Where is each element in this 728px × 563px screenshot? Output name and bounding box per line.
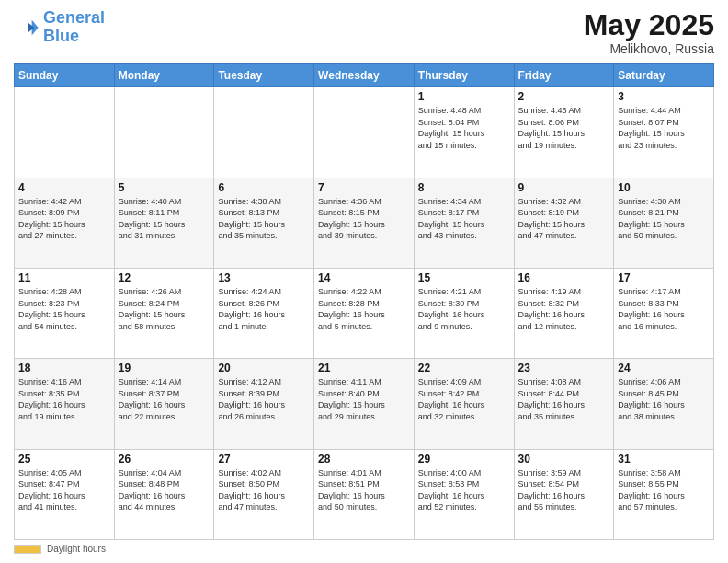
day-info: Sunrise: 4:26 AM Sunset: 8:24 PM Dayligh… (119, 286, 210, 332)
weekday-header-tuesday: Tuesday (214, 64, 314, 87)
day-info: Sunrise: 4:19 AM Sunset: 8:32 PM Dayligh… (518, 286, 610, 332)
calendar-cell: 20Sunrise: 4:12 AM Sunset: 8:39 PM Dayli… (214, 359, 314, 449)
daylight-label: Daylight hours (47, 544, 106, 554)
day-number: 11 (18, 271, 110, 284)
calendar-cell: 10Sunrise: 4:30 AM Sunset: 8:21 PM Dayli… (614, 178, 714, 268)
day-number: 20 (218, 362, 310, 374)
logo-icon (14, 15, 40, 40)
logo-general: General (43, 8, 105, 27)
day-info: Sunrise: 4:34 AM Sunset: 8:17 PM Dayligh… (418, 196, 510, 242)
calendar-cell: 21Sunrise: 4:11 AM Sunset: 8:40 PM Dayli… (314, 359, 415, 449)
day-info: Sunrise: 4:12 AM Sunset: 8:39 PM Dayligh… (218, 376, 310, 422)
day-info: Sunrise: 4:02 AM Sunset: 8:50 PM Dayligh… (218, 467, 310, 513)
calendar-cell: 30Sunrise: 3:59 AM Sunset: 8:54 PM Dayli… (514, 449, 614, 539)
day-info: Sunrise: 4:22 AM Sunset: 8:28 PM Dayligh… (318, 286, 410, 332)
day-number: 31 (618, 453, 710, 465)
calendar-cell (214, 87, 314, 178)
calendar-week-2: 4Sunrise: 4:42 AM Sunset: 8:09 PM Daylig… (15, 178, 714, 268)
weekday-header-friday: Friday (514, 64, 614, 87)
calendar-cell: 3Sunrise: 4:44 AM Sunset: 8:07 PM Daylig… (614, 87, 714, 178)
calendar-cell: 17Sunrise: 4:17 AM Sunset: 8:33 PM Dayli… (614, 268, 714, 358)
day-number: 1 (418, 90, 510, 103)
day-info: Sunrise: 4:24 AM Sunset: 8:26 PM Dayligh… (218, 286, 310, 332)
day-number: 6 (218, 181, 310, 194)
day-info: Sunrise: 4:42 AM Sunset: 8:09 PM Dayligh… (18, 196, 110, 242)
day-number: 8 (418, 181, 510, 194)
logo-blue: Blue (43, 27, 79, 45)
day-info: Sunrise: 4:38 AM Sunset: 8:13 PM Dayligh… (218, 196, 310, 242)
day-info: Sunrise: 3:59 AM Sunset: 8:54 PM Dayligh… (518, 467, 610, 513)
calendar-cell: 16Sunrise: 4:19 AM Sunset: 8:32 PM Dayli… (514, 268, 614, 358)
calendar-cell: 31Sunrise: 3:58 AM Sunset: 8:55 PM Dayli… (614, 449, 714, 539)
footer-note: Daylight hours (14, 544, 714, 554)
calendar-cell: 27Sunrise: 4:02 AM Sunset: 8:50 PM Dayli… (214, 449, 314, 539)
day-number: 18 (18, 362, 110, 374)
logo: General Blue (14, 9, 105, 46)
day-number: 13 (218, 271, 310, 284)
calendar-cell: 24Sunrise: 4:06 AM Sunset: 8:45 PM Dayli… (614, 359, 714, 449)
calendar-cell: 2Sunrise: 4:46 AM Sunset: 8:06 PM Daylig… (514, 87, 614, 178)
calendar-cell: 6Sunrise: 4:38 AM Sunset: 8:13 PM Daylig… (214, 178, 314, 268)
day-info: Sunrise: 4:36 AM Sunset: 8:15 PM Dayligh… (318, 196, 410, 242)
day-info: Sunrise: 4:46 AM Sunset: 8:06 PM Dayligh… (518, 105, 610, 151)
month-title: May 2025 (584, 9, 714, 41)
day-info: Sunrise: 4:21 AM Sunset: 8:30 PM Dayligh… (418, 286, 510, 332)
day-number: 17 (618, 271, 710, 284)
calendar-week-5: 25Sunrise: 4:05 AM Sunset: 8:47 PM Dayli… (15, 449, 714, 539)
weekday-header-thursday: Thursday (414, 64, 514, 87)
day-info: Sunrise: 4:04 AM Sunset: 8:48 PM Dayligh… (119, 467, 210, 513)
weekday-header-saturday: Saturday (614, 64, 714, 87)
day-number: 9 (518, 181, 610, 194)
calendar-week-1: 1Sunrise: 4:48 AM Sunset: 8:04 PM Daylig… (15, 87, 714, 178)
day-number: 3 (618, 90, 710, 103)
day-info: Sunrise: 4:48 AM Sunset: 8:04 PM Dayligh… (418, 105, 510, 151)
day-info: Sunrise: 3:58 AM Sunset: 8:55 PM Dayligh… (618, 467, 710, 513)
calendar-cell: 9Sunrise: 4:32 AM Sunset: 8:19 PM Daylig… (514, 178, 614, 268)
calendar-table: SundayMondayTuesdayWednesdayThursdayFrid… (14, 63, 714, 540)
day-info: Sunrise: 4:16 AM Sunset: 8:35 PM Dayligh… (18, 376, 110, 422)
day-number: 21 (318, 362, 410, 374)
weekday-header-wednesday: Wednesday (314, 64, 415, 87)
day-number: 15 (418, 271, 510, 284)
calendar-cell: 7Sunrise: 4:36 AM Sunset: 8:15 PM Daylig… (314, 178, 415, 268)
calendar-cell: 5Sunrise: 4:40 AM Sunset: 8:11 PM Daylig… (114, 178, 214, 268)
weekday-header-monday: Monday (114, 64, 214, 87)
day-number: 16 (518, 271, 610, 284)
day-number: 10 (618, 181, 710, 194)
day-number: 7 (318, 181, 410, 194)
day-info: Sunrise: 4:44 AM Sunset: 8:07 PM Dayligh… (618, 105, 710, 151)
calendar-cell: 1Sunrise: 4:48 AM Sunset: 8:04 PM Daylig… (414, 87, 514, 178)
day-number: 2 (518, 90, 610, 103)
calendar-cell: 14Sunrise: 4:22 AM Sunset: 8:28 PM Dayli… (314, 268, 415, 358)
calendar-week-4: 18Sunrise: 4:16 AM Sunset: 8:35 PM Dayli… (15, 359, 714, 449)
calendar-week-3: 11Sunrise: 4:28 AM Sunset: 8:23 PM Dayli… (15, 268, 714, 358)
calendar-cell: 4Sunrise: 4:42 AM Sunset: 8:09 PM Daylig… (15, 178, 115, 268)
calendar-cell: 26Sunrise: 4:04 AM Sunset: 8:48 PM Dayli… (114, 449, 214, 539)
day-number: 30 (518, 453, 610, 465)
calendar-cell: 22Sunrise: 4:09 AM Sunset: 8:42 PM Dayli… (414, 359, 514, 449)
day-info: Sunrise: 4:00 AM Sunset: 8:53 PM Dayligh… (418, 467, 510, 513)
header: General Blue May 2025 Melikhovo, Russia (14, 9, 714, 56)
title-block: May 2025 Melikhovo, Russia (584, 9, 714, 56)
day-info: Sunrise: 4:14 AM Sunset: 8:37 PM Dayligh… (119, 376, 210, 422)
weekday-header-row: SundayMondayTuesdayWednesdayThursdayFrid… (15, 64, 714, 87)
day-number: 29 (418, 453, 510, 465)
calendar-cell (314, 87, 415, 178)
location: Melikhovo, Russia (584, 41, 714, 56)
day-info: Sunrise: 4:17 AM Sunset: 8:33 PM Dayligh… (618, 286, 710, 332)
day-number: 27 (218, 453, 310, 465)
calendar-cell: 29Sunrise: 4:00 AM Sunset: 8:53 PM Dayli… (414, 449, 514, 539)
day-number: 26 (119, 453, 210, 465)
day-number: 28 (318, 453, 410, 465)
day-info: Sunrise: 4:08 AM Sunset: 8:44 PM Dayligh… (518, 376, 610, 422)
calendar-cell: 15Sunrise: 4:21 AM Sunset: 8:30 PM Dayli… (414, 268, 514, 358)
calendar-cell: 19Sunrise: 4:14 AM Sunset: 8:37 PM Dayli… (114, 359, 214, 449)
calendar-cell: 25Sunrise: 4:05 AM Sunset: 8:47 PM Dayli… (15, 449, 115, 539)
calendar-cell: 11Sunrise: 4:28 AM Sunset: 8:23 PM Dayli… (15, 268, 115, 358)
calendar-cell: 23Sunrise: 4:08 AM Sunset: 8:44 PM Dayli… (514, 359, 614, 449)
day-number: 25 (18, 453, 110, 465)
calendar-cell (114, 87, 214, 178)
day-number: 5 (119, 181, 210, 194)
calendar-cell: 18Sunrise: 4:16 AM Sunset: 8:35 PM Dayli… (15, 359, 115, 449)
day-number: 22 (418, 362, 510, 374)
